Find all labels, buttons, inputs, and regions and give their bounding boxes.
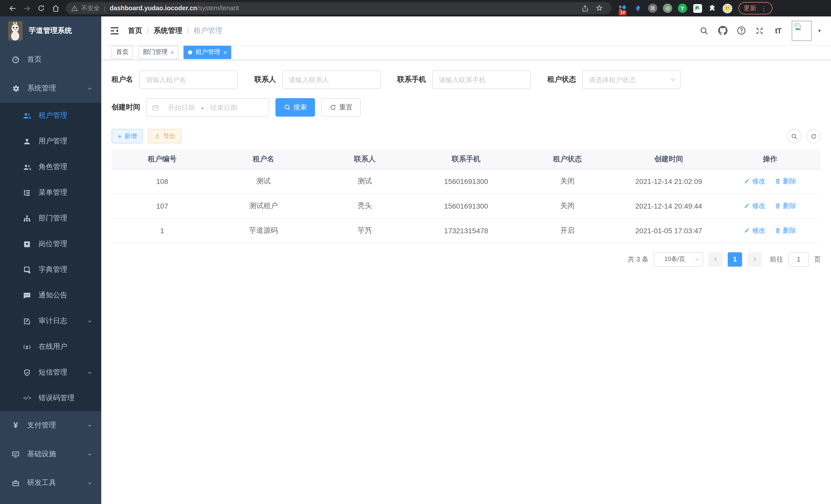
tenant-name-input[interactable] <box>139 70 238 89</box>
sidebar-menu: 首页 系统管理 租户管理 用户管理 <box>0 45 101 504</box>
extension-emoji-icon[interactable] <box>722 3 732 13</box>
page-number-button[interactable]: 1 <box>728 252 742 266</box>
home-icon[interactable] <box>48 1 63 16</box>
extension-y-icon[interactable]: Y <box>677 3 688 13</box>
reset-button[interactable]: 重置 <box>321 98 361 117</box>
search-icon <box>791 133 797 140</box>
page-size-value[interactable] <box>654 252 703 266</box>
sidebar-item-role[interactable]: 角色管理 <box>0 154 101 180</box>
header-search-icon[interactable] <box>695 20 713 41</box>
sidebar-item-dict[interactable]: 字典管理 <box>0 257 101 283</box>
sidebar-item-audit[interactable]: 审计日志 <box>0 308 101 334</box>
extension-chat-icon[interactable] <box>692 3 703 13</box>
goto-page-input[interactable] <box>789 252 809 266</box>
extensions-cluster: 10 ⌘ Y <box>618 3 732 13</box>
delete-link[interactable]: 删除 <box>775 201 796 211</box>
edit-link[interactable]: 修改 <box>744 201 766 211</box>
trash-icon <box>775 178 781 185</box>
pagination: 共 3 条 1 前往 页 <box>112 252 821 266</box>
date-range-picker[interactable]: - <box>146 98 269 117</box>
sidebar-item-menu[interactable]: 菜单管理 <box>0 180 101 206</box>
extension-green-dot-icon[interactable] <box>662 3 673 13</box>
sidebar-item-online[interactable]: 在线用户 <box>0 334 101 360</box>
sidebar-item-label: 在线用户 <box>38 342 93 351</box>
avatar-caret-icon[interactable]: ▼ <box>817 28 822 33</box>
sidebar-item-label: 首页 <box>27 55 93 64</box>
refresh-table-button[interactable] <box>806 129 821 143</box>
address-bar[interactable]: 不安全 | dashboard.yudao.iocoder.cn/system/… <box>66 2 611 14</box>
sidebar-item-notice[interactable]: 通知公告 <box>0 283 101 308</box>
tab-home[interactable]: 首页 <box>112 46 133 59</box>
add-button[interactable]: + 新增 <box>112 129 143 143</box>
breadcrumb-system[interactable]: 系统管理 <box>154 26 182 35</box>
extension-blue-diamond-icon[interactable]: 10 <box>618 3 628 13</box>
sidebar-logo[interactable]: 芋道管理系统 <box>0 17 101 45</box>
sidebar-item-system[interactable]: 系统管理 <box>0 74 101 103</box>
sidebar-item-infra[interactable]: 基础设施 <box>0 440 101 469</box>
status-select-input[interactable] <box>582 70 681 89</box>
cell-actions: 修改 删除 <box>719 218 821 243</box>
bookmark-star-icon[interactable] <box>592 1 606 16</box>
extensions-puzzle-icon[interactable] <box>707 3 717 13</box>
sidebar-item-user[interactable]: 用户管理 <box>0 128 101 154</box>
sidebar-item-errcode[interactable]: </> 错误码管理 <box>0 385 101 411</box>
reload-icon[interactable] <box>34 1 48 16</box>
tab-tenant[interactable]: 租户管理 × <box>184 46 231 59</box>
column-header-mobile: 联系手机 <box>416 149 517 169</box>
sidebar-item-home[interactable]: 首页 <box>0 45 101 74</box>
date-end-input[interactable] <box>205 103 243 111</box>
next-page-button[interactable] <box>747 252 762 266</box>
system-submenu: 租户管理 用户管理 角色管理 菜单管理 <box>0 103 101 411</box>
back-icon[interactable] <box>5 1 20 16</box>
gear-icon <box>11 84 20 93</box>
monitor-icon <box>11 450 20 458</box>
mobile-input[interactable] <box>432 70 531 89</box>
status-select[interactable] <box>582 70 681 89</box>
delete-link[interactable]: 删除 <box>775 226 796 235</box>
edit-link[interactable]: 修改 <box>744 177 766 186</box>
sidebar-item-label: 短信管理 <box>38 368 86 377</box>
fullscreen-icon[interactable] <box>750 20 769 41</box>
browser-update-button[interactable]: 更新 ⋮ <box>739 2 772 14</box>
avatar[interactable] <box>792 20 812 41</box>
tab-close-icon[interactable]: × <box>171 49 174 55</box>
sidebar-item-dept[interactable]: 部门管理 <box>0 206 101 231</box>
extension-command-icon[interactable]: ⌘ <box>648 3 658 13</box>
show-search-toggle-button[interactable] <box>787 129 801 143</box>
edit-link[interactable]: 修改 <box>744 226 766 235</box>
chevron-down-icon <box>86 422 93 429</box>
browser-menu-icon[interactable]: ⋮ <box>761 4 767 12</box>
share-icon[interactable] <box>578 1 592 16</box>
export-button[interactable]: 导出 <box>148 129 181 143</box>
status-label: 租户状态 <box>547 75 576 84</box>
delete-link[interactable]: 删除 <box>775 177 796 186</box>
sidebar-collapse-icon[interactable] <box>110 25 120 36</box>
font-size-icon[interactable]: tT <box>769 20 787 41</box>
sidebar-item-tenant[interactable]: 租户管理 <box>0 103 101 128</box>
help-icon[interactable] <box>732 20 750 41</box>
sidebar-item-label: 字典管理 <box>38 265 93 274</box>
prev-page-button[interactable] <box>708 252 722 266</box>
github-icon[interactable] <box>713 20 732 41</box>
sidebar-item-sms[interactable]: 短信管理 <box>0 360 101 385</box>
extension-kite-icon[interactable] <box>633 3 643 13</box>
sidebar-item-pay[interactable]: ¥ 支付管理 <box>0 411 101 440</box>
page-content: 租户名 联系人 联系手机 租户状态 <box>101 60 831 504</box>
forward-icon[interactable] <box>20 1 34 16</box>
tab-label: 首页 <box>116 48 128 57</box>
contact-input[interactable] <box>282 70 381 89</box>
chevron-down-icon <box>86 451 93 457</box>
calendar-icon <box>152 103 159 111</box>
sidebar-item-label: 审计日志 <box>38 317 86 326</box>
tab-dept[interactable]: 部门管理 × <box>138 46 179 59</box>
font-size-glyph: tT <box>775 26 781 35</box>
tab-close-icon[interactable]: × <box>223 49 227 55</box>
breadcrumb-home[interactable]: 首页 <box>128 26 142 35</box>
search-button[interactable]: 搜索 <box>276 98 315 117</box>
date-start-input[interactable] <box>163 103 200 111</box>
sidebar-item-tools[interactable]: 研发工具 <box>0 469 101 497</box>
trash-icon <box>775 227 781 234</box>
page-size-select[interactable] <box>654 252 703 266</box>
sidebar-item-post[interactable]: 岗位管理 <box>0 231 101 257</box>
sidebar-item-label: 角色管理 <box>38 162 93 172</box>
